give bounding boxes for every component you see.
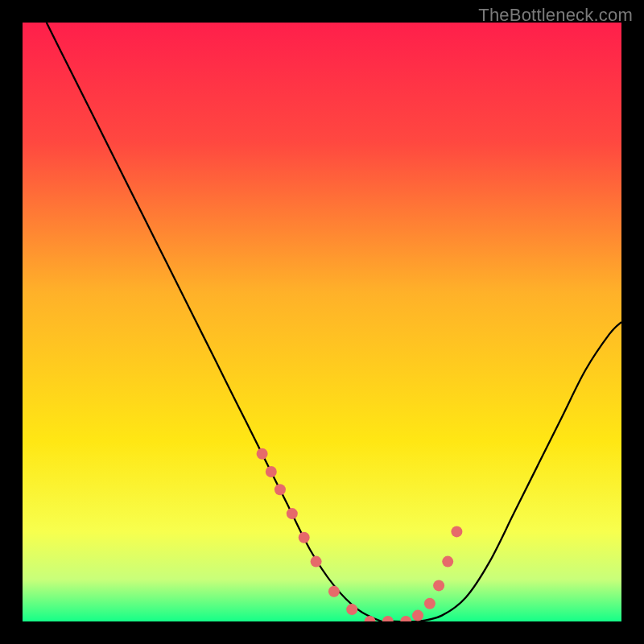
highlight-dot	[365, 616, 376, 627]
watermark-text: TheBottleneck.com	[478, 5, 633, 26]
chart-frame: TheBottleneck.com	[0, 0, 644, 644]
highlight-dot	[382, 616, 394, 627]
highlight-dot	[400, 616, 411, 627]
highlight-dot	[346, 604, 357, 615]
highlight-dot	[424, 598, 436, 609]
chart-svg	[0, 0, 644, 644]
highlight-dot	[433, 580, 444, 591]
highlight-dot	[287, 508, 298, 519]
highlight-dot	[328, 586, 340, 597]
highlight-dot	[412, 610, 423, 621]
highlight-dot	[257, 448, 268, 460]
highlight-dot	[451, 526, 462, 537]
highlight-dot	[266, 466, 277, 477]
plot-background	[23, 23, 621, 621]
highlight-dot	[275, 484, 286, 495]
highlight-dot	[299, 532, 310, 543]
highlight-dot	[311, 556, 322, 568]
highlight-dot	[442, 556, 453, 568]
